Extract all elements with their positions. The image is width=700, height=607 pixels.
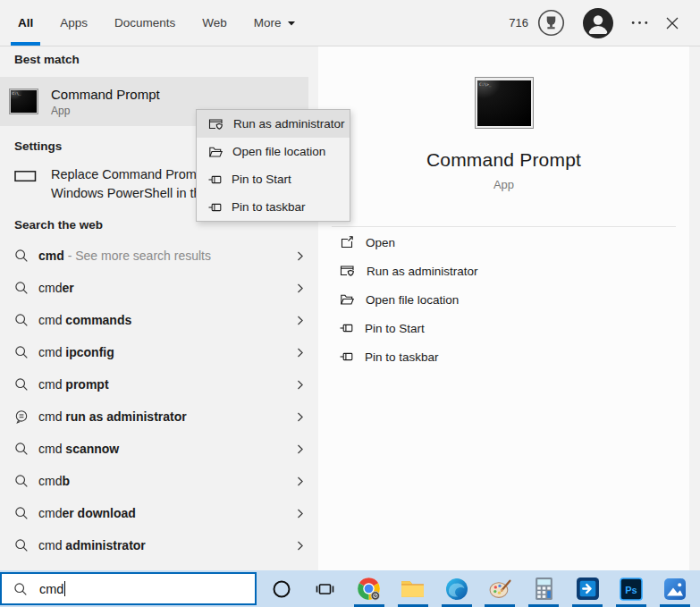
cortana-icon <box>272 579 291 599</box>
taskbar-search-box[interactable]: cmd <box>0 572 257 605</box>
search-icon <box>14 345 29 359</box>
arrow-app-icon <box>576 577 600 601</box>
taskbar-buttons: Ps <box>257 570 700 607</box>
taskbar-chrome-button[interactable] <box>350 570 388 607</box>
preview-action-open-file-location[interactable]: Open file location <box>318 285 689 314</box>
preview-title: Command Prompt <box>318 149 689 171</box>
user-avatar[interactable] <box>583 8 613 38</box>
chrome-icon <box>357 577 381 601</box>
taskbar-cortana-button[interactable] <box>263 570 300 607</box>
suggestion-cmd-prompt[interactable]: cmd prompt <box>0 368 318 400</box>
search-icon <box>14 538 29 552</box>
context-menu-item-pin-to-taskbar[interactable]: Pin to taskbar <box>197 193 350 221</box>
taskbar-file-explorer-button[interactable] <box>394 570 432 607</box>
taskbar-arrow-app-button[interactable] <box>569 570 606 607</box>
suggestion-text: cmd - See more search results <box>38 249 294 263</box>
settings-result-text: Replace Command Prompt Windows PowerShel… <box>51 165 208 203</box>
run-as-admin-icon <box>208 117 223 131</box>
chevron-right-icon[interactable] <box>294 282 306 294</box>
best-match-label: Best match <box>14 53 80 66</box>
taskbar-task-view-button[interactable] <box>307 570 344 607</box>
preview-action-pin-to-start[interactable]: Pin to Start <box>318 314 689 342</box>
suggestion-text: cmd commands <box>38 313 294 327</box>
search-icon <box>14 474 29 488</box>
preview-action-pin-to-taskbar[interactable]: Pin to taskbar <box>318 342 689 371</box>
search-icon <box>14 313 29 327</box>
rewards-medal-icon[interactable] <box>537 9 565 37</box>
taskbar: cmd Ps <box>0 570 700 607</box>
search-icon <box>14 281 29 295</box>
folder-open-icon <box>340 292 354 307</box>
taskbar-calculator-button[interactable] <box>525 570 562 607</box>
chevron-right-icon[interactable] <box>294 315 306 326</box>
pin-icon <box>340 321 353 335</box>
search-input-value: cmd <box>39 582 63 596</box>
pin-icon <box>340 350 353 364</box>
chevron-right-icon[interactable] <box>294 476 306 487</box>
search-icon <box>14 249 29 263</box>
file-explorer-icon <box>401 577 425 600</box>
suggestion-cmd-scannow[interactable]: cmd scannow <box>0 433 318 465</box>
photoshop-icon: Ps <box>620 577 643 601</box>
taskbar-photoshop-button[interactable]: Ps <box>612 570 650 607</box>
suggestion-cmd-administrator[interactable]: cmd administrator <box>0 529 318 561</box>
chevron-right-icon[interactable] <box>294 443 306 455</box>
svg-text:Ps: Ps <box>625 584 637 594</box>
tab-documents[interactable]: Documents <box>114 0 175 46</box>
task-view-icon <box>315 579 335 599</box>
suggestion-text: cmd ipconfig <box>38 345 294 359</box>
search-the-web-label: Search the web <box>14 218 103 232</box>
command-prompt-icon: C:\_ <box>9 89 38 114</box>
tab-apps[interactable]: Apps <box>60 0 88 46</box>
tab-all[interactable]: All <box>18 0 33 46</box>
context-menu-item-open-file-location[interactable]: Open file location <box>197 138 350 165</box>
header-right-controls: 716 <box>509 8 700 38</box>
suggestion-cmd-run-as-administrator[interactable]: cmd run as administrator <box>0 400 318 433</box>
photos-icon <box>663 577 687 601</box>
suggestion-cmd[interactable]: cmd - See more search results <box>0 240 318 272</box>
search-filter-header: AllAppsDocumentsWebMore 716 <box>0 0 700 46</box>
taskbar-paint-button[interactable] <box>481 570 519 607</box>
suggestion-text: cmd administrator <box>38 538 294 552</box>
preview-actions-list: OpenRun as administratorOpen file locati… <box>318 228 689 371</box>
context-menu-item-run-as-administrator[interactable]: Run as administrator <box>197 110 350 138</box>
web-suggestions-list: cmd - See more search resultscmdercmd co… <box>0 240 318 561</box>
preview-header: C:\>_ Command Prompt App <box>318 46 689 191</box>
context-menu-item-pin-to-start[interactable]: Pin to Start <box>197 165 350 193</box>
windows-search-flyout: AllAppsDocumentsWebMore 716 Best match C… <box>0 0 700 607</box>
close-icon[interactable] <box>666 17 679 30</box>
chevron-right-icon[interactable] <box>294 347 306 358</box>
tab-web[interactable]: Web <box>202 0 227 46</box>
tab-more[interactable]: More <box>254 0 296 46</box>
suggestion-text: cmd prompt <box>38 377 294 392</box>
command-prompt-large-icon: C:\>_ <box>475 77 534 129</box>
chevron-right-icon[interactable] <box>294 508 306 519</box>
suggestion-cmd-ipconfig[interactable]: cmd ipconfig <box>0 336 318 368</box>
preview-action-run-as-administrator[interactable]: Run as administrator <box>318 257 689 285</box>
chevron-right-icon[interactable] <box>294 250 306 262</box>
search-icon <box>14 506 29 520</box>
suggestion-text: cmd scannow <box>38 442 294 456</box>
chevron-right-icon[interactable] <box>294 379 306 391</box>
suggestion-cmd-commands[interactable]: cmd commands <box>0 304 318 336</box>
more-options-icon[interactable] <box>631 21 648 25</box>
suggestion-cmder-download[interactable]: cmder download <box>0 497 318 529</box>
folder-open-icon <box>208 145 223 159</box>
taskbar-edge-button[interactable] <box>438 570 476 607</box>
chevron-right-icon[interactable] <box>294 411 306 423</box>
suggestion-text: cmder download <box>38 506 294 520</box>
suggestion-text: cmder <box>38 281 294 295</box>
run-as-admin-icon <box>340 264 355 278</box>
taskbar-photos-button[interactable] <box>656 570 694 607</box>
suggestion-cmdb[interactable]: cmdb <box>0 465 318 497</box>
suggestion-text: cmdb <box>38 474 294 488</box>
best-match-subtitle: App <box>51 105 160 117</box>
suggestion-cmder[interactable]: cmder <box>0 272 318 304</box>
edge-icon <box>445 577 468 601</box>
preview-action-open[interactable]: Open <box>318 228 689 257</box>
chevron-down-icon <box>287 19 296 28</box>
pin-icon <box>208 200 222 215</box>
preview-divider <box>332 226 676 227</box>
chevron-right-icon[interactable] <box>294 540 306 552</box>
pin-icon <box>208 173 222 187</box>
